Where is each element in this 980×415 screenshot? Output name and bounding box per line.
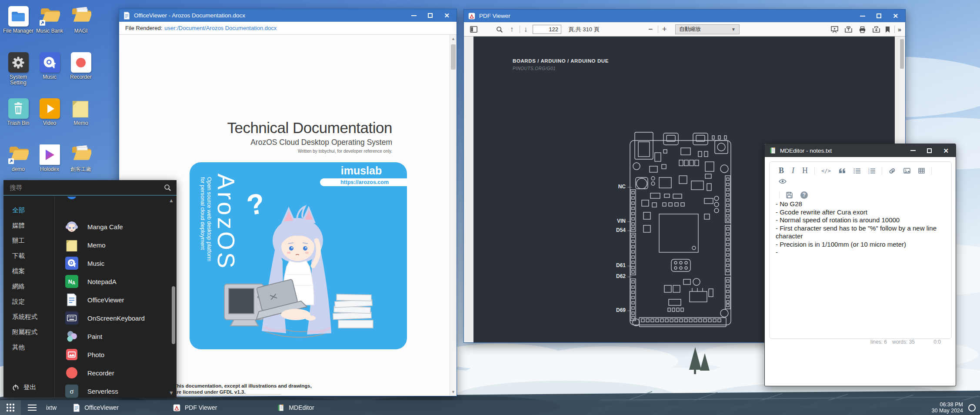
heading-button[interactable]: H xyxy=(802,166,808,175)
desktop-icon-grid: File Manager Music Bank MAGI System Sett… xyxy=(3,6,97,191)
link-button[interactable] xyxy=(889,168,896,174)
search-icon[interactable] xyxy=(496,22,503,37)
quote-button[interactable] xyxy=(839,168,846,174)
scrollbar-thumb[interactable] xyxy=(172,286,175,344)
gear-icon xyxy=(8,52,29,73)
app-item-memo[interactable]: Memo xyxy=(55,236,170,254)
zoom-mode-select[interactable]: 自動縮放 ▼ xyxy=(675,24,740,34)
help-button[interactable]: ? xyxy=(800,191,808,199)
category-files[interactable]: 檔案 xyxy=(3,264,54,279)
taskbar-item-officeviewer[interactable]: OfficeViewer xyxy=(69,400,123,415)
mdeditor-titlebar[interactable]: MDEditor - notes.txt ✕ xyxy=(765,144,956,157)
app-item-paint[interactable]: Paint xyxy=(55,327,170,345)
close-button[interactable]: ✕ xyxy=(444,13,450,18)
zoom-in-button[interactable]: + xyxy=(662,22,667,37)
taskbar-item-mdeditor[interactable]: MDEditor xyxy=(273,400,318,415)
app-item-officeviewer[interactable]: OfficeViewer xyxy=(55,291,170,309)
taskbar-username[interactable]: ixtw xyxy=(46,404,57,411)
app-item-notepada[interactable]: NA NotepadA xyxy=(55,272,170,291)
more-tools-button[interactable]: » xyxy=(898,22,900,37)
editor-panel: B I H </> 123 xyxy=(769,161,952,339)
zoom-out-button[interactable]: − xyxy=(648,22,653,37)
app-item-manga-cafe[interactable]: Manga Cafe xyxy=(55,218,170,236)
category-network[interactable]: 網絡 xyxy=(3,279,54,294)
maximize-button[interactable] xyxy=(877,13,881,18)
desktop-icon-memo[interactable]: Memo xyxy=(65,98,97,144)
pdf-icon xyxy=(468,13,475,20)
close-button[interactable]: ✕ xyxy=(893,13,898,18)
chevron-down-icon[interactable]: ▼ xyxy=(169,390,174,396)
numbered-list-button[interactable]: 123 xyxy=(868,168,875,174)
scrollbar-thumb[interactable] xyxy=(451,44,456,70)
minimize-button[interactable] xyxy=(411,15,417,16)
toolbar-divider xyxy=(520,26,520,33)
search-input[interactable] xyxy=(3,184,177,191)
desktop-icon-trash-bin[interactable]: Trash Bin xyxy=(3,98,34,144)
bold-button[interactable]: B xyxy=(779,166,784,175)
officeviewer-titlebar[interactable]: OfficeViewer - Arozos Documentation.docx… xyxy=(119,9,457,22)
logout-button[interactable]: 登出 xyxy=(12,383,36,392)
mdeditor-window: MDEditor - notes.txt ✕ B I H </> 123 xyxy=(764,144,956,386)
desktop-icon-recorder[interactable]: Recorder xyxy=(65,52,97,98)
note-line: - xyxy=(776,248,945,257)
license-line-1: This documentation, except all illustrat… xyxy=(174,383,312,388)
app-item-photo[interactable]: Photo xyxy=(55,345,170,364)
taskbar-item-pdfviewer[interactable]: PDF Viewer xyxy=(169,400,221,415)
status-circle-icon[interactable] xyxy=(968,404,976,412)
app-item-recorder[interactable]: Recorder xyxy=(55,364,170,382)
image-button[interactable] xyxy=(903,168,910,174)
desktop-icon-file-manager[interactable]: File Manager xyxy=(3,6,34,52)
desktop-icon-music[interactable]: Music xyxy=(34,52,65,98)
file-path-link[interactable]: user:/Document/Arozos Documentation.docx xyxy=(164,25,277,31)
sidebar-toggle-button[interactable] xyxy=(470,22,477,37)
page-number-input[interactable] xyxy=(533,25,561,34)
print-button[interactable] xyxy=(859,22,866,37)
app-item-music[interactable]: Music xyxy=(55,254,170,272)
table-button[interactable] xyxy=(918,168,925,174)
minimize-button[interactable] xyxy=(910,150,916,151)
app-list-scrollbar[interactable] xyxy=(172,217,175,385)
category-system[interactable]: 系統程式 xyxy=(3,309,54,325)
category-media[interactable]: 媒體 xyxy=(3,218,54,233)
chevron-up-icon[interactable]: ▲ xyxy=(169,197,174,204)
scroll-up-arrow[interactable]: ▲ xyxy=(450,37,457,41)
scroll-down-arrow[interactable]: ▼ xyxy=(450,390,457,394)
app-item-onscreenkeyboard[interactable]: OnScreenKeyboard xyxy=(55,309,170,327)
app-item-serverless[interactable]: Serverless xyxy=(55,382,170,398)
save-button[interactable] xyxy=(786,192,793,198)
category-download[interactable]: 下載 xyxy=(3,248,54,264)
bookmark-button[interactable] xyxy=(885,22,890,37)
page-down-button[interactable]: ↓ xyxy=(524,22,528,37)
pdfviewer-titlebar[interactable]: PDF Viewer ✕ xyxy=(464,10,905,22)
code-button[interactable]: </> xyxy=(821,168,831,174)
preview-eye-button[interactable] xyxy=(779,179,787,184)
close-button[interactable]: ✕ xyxy=(943,148,949,153)
note-line: - Normal speed of rotation is around 100… xyxy=(776,216,945,224)
desktop-icon-system-setting[interactable]: System Setting xyxy=(3,52,34,98)
window-title: PDF Viewer xyxy=(479,13,860,19)
category-accessories[interactable]: 附屬程式 xyxy=(3,325,54,340)
open-file-button[interactable] xyxy=(845,22,852,37)
scrollbar-thumb[interactable] xyxy=(900,39,904,69)
presentation-mode-button[interactable] xyxy=(831,22,838,37)
bullet-list-button[interactable] xyxy=(853,168,860,174)
category-all[interactable]: 全部 xyxy=(3,203,54,218)
document-scrollbar[interactable]: ▲ ▼ xyxy=(450,35,457,396)
download-button[interactable] xyxy=(873,22,880,37)
note-text[interactable]: - No G28 - Gcode rewrite after Cura exor… xyxy=(776,200,945,257)
document-icon xyxy=(123,12,130,20)
maximize-button[interactable] xyxy=(428,13,433,18)
menu-toggle-button[interactable] xyxy=(28,403,37,412)
maximize-button[interactable] xyxy=(927,148,932,153)
desktop-icon-music-bank[interactable]: Music Bank xyxy=(34,6,65,52)
desktop-icon-video[interactable]: Video xyxy=(34,98,65,144)
category-office[interactable]: 辦工 xyxy=(3,233,54,248)
italic-button[interactable]: I xyxy=(792,166,794,175)
category-settings[interactable]: 設定 xyxy=(3,294,54,309)
minimize-button[interactable] xyxy=(860,16,865,17)
desktop-icon-magi[interactable]: MAGI xyxy=(65,6,97,52)
toolbar-divider xyxy=(658,26,658,33)
app-grid-button[interactable] xyxy=(0,400,21,415)
page-up-button[interactable]: ↑ xyxy=(510,22,514,37)
category-other[interactable]: 其他 xyxy=(3,340,54,355)
